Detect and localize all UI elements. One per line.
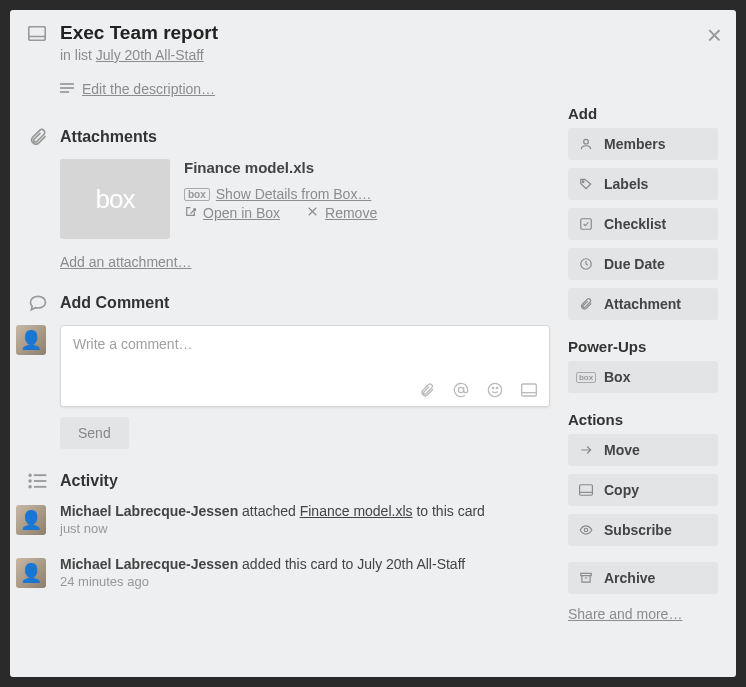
sidebar-add-title: Add: [568, 105, 718, 128]
comment-box[interactable]: [60, 325, 550, 407]
activity-section: Activity 👤 Michael Labrecque-Jessen atta…: [28, 471, 550, 589]
move-button[interactable]: Move: [568, 434, 718, 466]
box-badge: box: [184, 188, 210, 201]
comment-input[interactable]: [73, 336, 537, 372]
due-date-button[interactable]: Due Date: [568, 248, 718, 280]
svg-point-20: [582, 181, 584, 183]
svg-point-10: [496, 387, 497, 388]
list-link[interactable]: July 20th All-Staff: [96, 47, 204, 63]
edit-description-link[interactable]: Edit the description…: [82, 81, 215, 97]
add-comment-title: Add Comment: [60, 294, 169, 312]
card-modal: × Exec Team report in list July 20th All…: [10, 10, 736, 677]
clock-icon: [578, 257, 594, 271]
copy-icon: [578, 483, 594, 497]
svg-point-7: [458, 387, 463, 392]
attachment-item: box Finance model.xls box Show Details f…: [60, 159, 550, 239]
check-square-icon: [578, 217, 594, 231]
card-list-info: in list July 20th All-Staff: [60, 47, 718, 63]
emoji-icon[interactable]: [487, 382, 503, 398]
attachments-section: Attachments box Finance model.xls box Sh…: [28, 127, 550, 271]
svg-rect-26: [581, 573, 592, 575]
subscribe-button[interactable]: Subscribe: [568, 514, 718, 546]
members-button[interactable]: Members: [568, 128, 718, 160]
activity-item: 👤 Michael Labrecque-Jessen attached Fina…: [60, 503, 550, 536]
label-icon: [578, 177, 594, 191]
checklist-button[interactable]: Checklist: [568, 208, 718, 240]
sidebar-powerups-title: Power-Ups: [568, 338, 718, 361]
paperclip-icon: [578, 297, 594, 311]
svg-point-8: [488, 383, 501, 396]
description-icon: [60, 83, 74, 95]
svg-point-18: [29, 486, 31, 488]
svg-point-19: [584, 139, 589, 144]
card-link-icon[interactable]: [521, 382, 537, 398]
powerup-box-button[interactable]: box Box: [568, 361, 718, 393]
arrow-right-icon: [578, 443, 594, 457]
activity-link[interactable]: Finance model.xls: [300, 503, 413, 519]
mention-icon[interactable]: [453, 382, 469, 398]
svg-rect-0: [29, 26, 46, 40]
send-button[interactable]: Send: [60, 417, 129, 449]
svg-point-16: [29, 474, 31, 476]
activity-user[interactable]: Michael Labrecque-Jessen: [60, 503, 238, 519]
box-logo: box: [96, 184, 135, 215]
archive-icon: [578, 571, 594, 585]
card-title[interactable]: Exec Team report: [60, 22, 218, 44]
archive-button[interactable]: Archive: [568, 562, 718, 594]
card-icon: [28, 26, 50, 41]
paperclip-icon: [28, 127, 50, 147]
speech-bubble-icon: [28, 293, 50, 313]
remove-icon: [306, 205, 319, 221]
svg-rect-21: [581, 219, 592, 230]
labels-button[interactable]: Labels: [568, 168, 718, 200]
svg-point-9: [492, 387, 493, 388]
sidebar-actions-title: Actions: [568, 411, 718, 434]
activity-item: 👤 Michael Labrecque-Jessen added this ca…: [60, 556, 550, 589]
remove-attachment-link[interactable]: Remove: [325, 205, 377, 221]
activity-user[interactable]: Michael Labrecque-Jessen: [60, 556, 238, 572]
avatar: 👤: [16, 505, 46, 535]
close-icon[interactable]: ×: [707, 22, 722, 48]
open-in-box-link[interactable]: Open in Box: [203, 205, 280, 221]
attachments-title: Attachments: [60, 128, 157, 146]
box-icon: box: [578, 372, 594, 383]
external-link-icon: [184, 205, 197, 221]
avatar: 👤: [16, 558, 46, 588]
copy-button[interactable]: Copy: [568, 474, 718, 506]
show-details-link[interactable]: Show Details from Box…: [216, 186, 372, 202]
attachment-name: Finance model.xls: [184, 159, 377, 176]
activity-time: 24 minutes ago: [60, 574, 550, 589]
eye-icon: [578, 523, 594, 537]
add-attachment-link[interactable]: Add an attachment…: [60, 254, 192, 270]
activity-time: just now: [60, 521, 550, 536]
avatar: 👤: [16, 325, 46, 355]
attachment-thumbnail[interactable]: box: [60, 159, 170, 239]
person-icon: [578, 137, 594, 151]
svg-point-25: [584, 528, 588, 532]
svg-point-17: [29, 480, 31, 482]
share-more-link[interactable]: Share and more…: [568, 606, 682, 622]
svg-rect-11: [522, 384, 537, 396]
attachment-button[interactable]: Attachment: [568, 288, 718, 320]
attach-icon[interactable]: [419, 382, 435, 398]
list-icon: [28, 471, 50, 491]
card-header: Exec Team report in list July 20th All-S…: [28, 22, 718, 97]
activity-title: Activity: [60, 472, 118, 490]
add-comment-section: Add Comment 👤 Send: [28, 293, 550, 449]
sidebar: Add Members Labels Checklist Due Date: [568, 105, 718, 641]
svg-rect-23: [580, 485, 593, 496]
